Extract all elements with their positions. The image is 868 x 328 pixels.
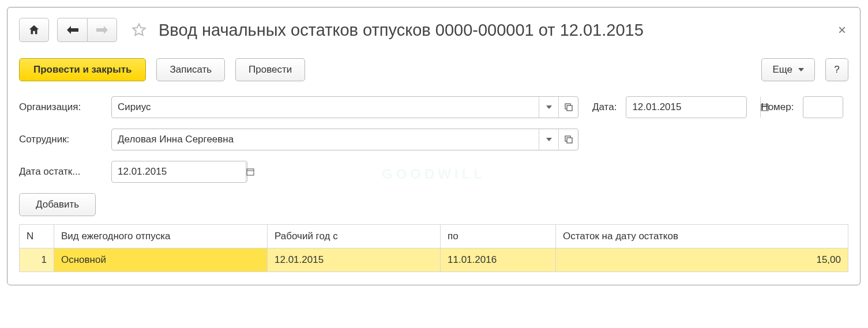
arrow-right-icon: [95, 25, 110, 35]
page-title: Ввод начальных остатков отпусков 0000-00…: [159, 21, 828, 40]
balance-date-field[interactable]: [111, 161, 247, 183]
balance-date-label: Дата остатк...: [19, 166, 106, 178]
home-button[interactable]: [19, 18, 49, 42]
col-balance[interactable]: Остаток на дату остатков: [556, 225, 848, 248]
chevron-down-icon: [798, 68, 804, 71]
cell-year-to: 11.01.2016: [441, 248, 556, 272]
cell-balance: 15,00: [556, 248, 848, 272]
nav-history: [57, 18, 117, 42]
chevron-down-icon: [546, 105, 552, 109]
balance-date-calendar-button[interactable]: [246, 161, 254, 182]
col-year-from[interactable]: Рабочий год с: [268, 225, 441, 248]
post-button[interactable]: Провести: [235, 58, 305, 81]
balance-date-input[interactable]: [112, 161, 246, 182]
post-and-close-button[interactable]: Провести и закрыть: [19, 58, 146, 81]
employee-input[interactable]: [112, 129, 539, 150]
more-button[interactable]: Еще: [761, 58, 815, 81]
home-icon: [28, 24, 40, 36]
open-icon: [565, 103, 573, 111]
organization-field[interactable]: [111, 96, 578, 118]
svg-rect-6: [247, 169, 254, 175]
col-n[interactable]: N: [20, 225, 54, 248]
chevron-down-icon: [546, 138, 552, 141]
organization-input[interactable]: [112, 97, 539, 118]
number-label: Номер:: [761, 101, 794, 113]
more-label: Еще: [772, 64, 792, 76]
vacation-table: N Вид ежегодного отпуска Рабочий год с п…: [19, 224, 848, 272]
organization-open-button[interactable]: [558, 97, 578, 118]
employee-dropdown-button[interactable]: [539, 129, 558, 150]
star-icon: [130, 21, 148, 39]
favorite-button[interactable]: [127, 18, 151, 42]
close-icon: ×: [838, 22, 846, 37]
calendar-icon: [246, 168, 254, 176]
save-button[interactable]: Записать: [156, 58, 225, 81]
employee-open-button[interactable]: [558, 129, 578, 150]
organization-label: Организация:: [19, 101, 106, 113]
table-header-row: N Вид ежегодного отпуска Рабочий год с п…: [20, 225, 848, 248]
help-button[interactable]: ?: [825, 58, 848, 81]
date-field[interactable]: [626, 96, 747, 118]
svg-rect-5: [567, 138, 572, 143]
cell-year-from: 12.01.2015: [268, 248, 441, 272]
employee-field[interactable]: [111, 129, 578, 150]
col-year-to[interactable]: по: [441, 225, 556, 248]
open-icon: [565, 135, 573, 144]
employee-label: Сотрудник:: [19, 134, 106, 145]
cell-type: Основной: [54, 248, 268, 272]
svg-rect-1: [567, 105, 572, 111]
date-label: Дата:: [592, 101, 617, 113]
date-input[interactable]: [626, 97, 760, 118]
col-type[interactable]: Вид ежегодного отпуска: [54, 225, 268, 248]
close-button[interactable]: ×: [836, 22, 848, 38]
back-button[interactable]: [57, 18, 87, 42]
arrow-left-icon: [65, 25, 80, 35]
forward-button[interactable]: [87, 18, 117, 42]
table-row[interactable]: 1 Основной 12.01.2015 11.01.2016 15,00: [20, 248, 848, 272]
add-button[interactable]: Добавить: [19, 193, 96, 216]
number-field[interactable]: [803, 96, 843, 118]
organization-dropdown-button[interactable]: [539, 97, 558, 118]
cell-n: 1: [20, 248, 54, 272]
number-input[interactable]: [803, 97, 843, 118]
